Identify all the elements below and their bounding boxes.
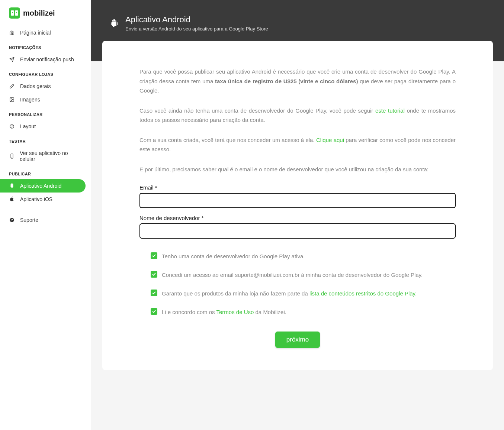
section-title-publicar: PUBLICAR (0, 166, 91, 179)
check-label: Concedi um acesso ao email suporte@mobil… (162, 271, 423, 279)
nav-label: Suporte (20, 217, 38, 223)
image-icon (9, 97, 15, 103)
svg-point-7 (11, 126, 11, 126)
paragraph-4: E por último, precisamos saber qual é o … (139, 165, 456, 174)
help-icon: ? (9, 217, 15, 223)
terms-link[interactable]: Termos de Uso (216, 309, 254, 315)
sidebar-item-suporte[interactable]: ? Suporte (0, 213, 91, 227)
logo-icon (9, 7, 20, 19)
edit-icon (9, 83, 15, 89)
email-input[interactable] (139, 193, 456, 208)
sidebar-item-layout[interactable]: Layout (0, 120, 91, 133)
nav-label: Ver seu aplicativo no celular (20, 150, 82, 162)
android-icon (9, 183, 15, 189)
logo-text: mobilizei (23, 9, 55, 17)
tutorial-link[interactable]: este tutorial (375, 107, 405, 114)
page-subtitle: Envie a versão Android do seu aplicativo… (125, 26, 268, 32)
nav-label: Página inicial (20, 30, 51, 36)
next-button[interactable]: próximo (275, 332, 320, 348)
checkbox-restricted-content[interactable] (151, 290, 157, 296)
checkbox-terms[interactable] (151, 308, 157, 315)
checkbox-access-granted[interactable] (151, 271, 157, 278)
sidebar-item-home[interactable]: Página inicial (0, 26, 91, 39)
main-content: Aplicativo Android Envie a versão Androi… (91, 0, 504, 430)
sidebar-item-dados[interactable]: Dados gerais (0, 80, 91, 93)
svg-point-9 (12, 127, 12, 127)
svg-point-6 (10, 125, 14, 129)
check-label: Garanto que os produtos da minha loja nã… (162, 289, 417, 298)
phone-icon (9, 153, 15, 159)
devname-input[interactable] (139, 223, 456, 239)
sidebar: mobilizei Página inicial NOTIFICAÇÕES En… (0, 0, 91, 430)
section-title-personalizar: PERSONALIZAR (0, 106, 91, 120)
content-card: Para que você possa publicar seu aplicat… (102, 41, 493, 370)
sidebar-item-imagens[interactable]: Imagens (0, 93, 91, 106)
nav-label: Enviar notificação push (20, 56, 74, 62)
android-icon (110, 19, 119, 28)
email-label: Email * (139, 184, 456, 191)
nav-label: Aplicativo Android (20, 183, 61, 189)
restricted-content-link[interactable]: lista de conteúdos restritos do Google P… (309, 290, 415, 297)
page-title: Aplicativo Android (125, 15, 268, 25)
paragraph-1: Para que você possa publicar seu aplicat… (139, 67, 456, 96)
nav-label: Imagens (20, 97, 40, 103)
apple-icon (9, 196, 15, 202)
nav-label: Dados gerais (20, 83, 51, 89)
svg-rect-10 (11, 154, 13, 158)
nav-label: Aplicativo iOS (20, 196, 52, 202)
nav-label: Layout (20, 123, 36, 129)
section-title-notificacoes: NOTIFICAÇÕES (0, 39, 91, 53)
logo[interactable]: mobilizei (0, 7, 91, 26)
checkbox-active-account[interactable] (151, 252, 157, 259)
paragraph-3: Com a sua conta criada, você terá que no… (139, 135, 456, 154)
click-here-link[interactable]: Clique aqui (316, 137, 344, 143)
section-title-configurar: CONFIGURAR LOJAS (0, 66, 91, 80)
sidebar-item-android[interactable]: Aplicativo Android (0, 179, 86, 193)
svg-point-2 (12, 12, 13, 13)
sidebar-item-test[interactable]: Ver seu aplicativo no celular (0, 146, 91, 166)
paragraph-2: Caso você ainda não tenha uma conta de d… (139, 106, 456, 125)
svg-text:?: ? (11, 219, 13, 222)
send-icon (9, 56, 15, 62)
check-label: Tenho uma conta de desenvolvedor do Goog… (162, 252, 305, 261)
check-label: Li e concordo com os Termos de Uso da Mo… (162, 308, 286, 317)
section-title-testar: TESTAR (0, 133, 91, 146)
svg-point-3 (16, 12, 17, 13)
home-icon (9, 30, 15, 36)
sidebar-item-ios[interactable]: Aplicativo iOS (0, 193, 91, 206)
sidebar-item-push[interactable]: Enviar notificação push (0, 53, 91, 66)
svg-point-5 (11, 98, 12, 99)
devname-label: Nome de desenvolvedor * (139, 215, 456, 221)
svg-point-8 (13, 126, 13, 126)
checklist: Tenho uma conta de desenvolvedor do Goog… (151, 252, 456, 317)
palette-icon (9, 123, 15, 129)
